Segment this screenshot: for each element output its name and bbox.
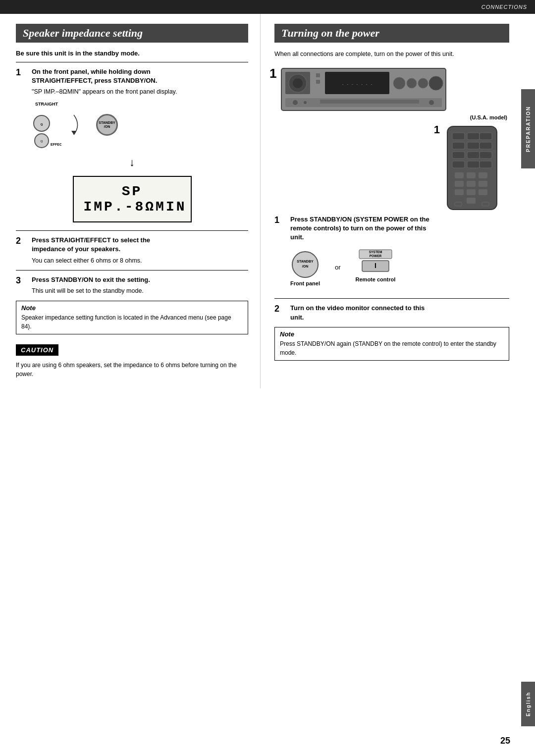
knobs-svg: Q Q EFFECT	[32, 108, 61, 148]
remote-svg-container	[274, 125, 499, 212]
left-section-header: Speaker impedance setting	[16, 24, 248, 43]
svg-rect-33	[452, 161, 465, 168]
remote-control-item: SYSTEM POWER I Remote control	[356, 249, 396, 282]
arrow-down: ↓	[16, 157, 248, 168]
step-3: 3 Press STANDBY/ON to exit the setting. …	[16, 275, 248, 296]
controls-row: STANDBY /ON Front panel or SYSTEM POWER	[290, 249, 509, 286]
receiver-figure: 1 - - - - - - -	[274, 66, 509, 120]
svg-rect-24	[452, 133, 465, 140]
svg-rect-46	[455, 202, 462, 206]
step-1-body: "SP IMP.–8ΩMIN" appears on the front pan…	[32, 87, 248, 97]
svg-point-9	[293, 78, 303, 88]
caution-label: CAUTION	[21, 346, 54, 354]
step-3-content: Press STANDBY/ON to exit the setting. Th…	[32, 275, 248, 296]
usa-model-caption: (U.S.A. model)	[274, 114, 507, 120]
step-2: 2 Press STRAIGHT/EFFECT to select the im…	[16, 236, 248, 265]
note-label-left: Note	[21, 304, 243, 312]
svg-point-14	[393, 77, 405, 89]
remote-figure: 1	[274, 125, 509, 212]
receiver-svg: - - - - - - -	[280, 66, 449, 113]
right-step-2-content: Turn on the video monitor connected to t…	[290, 304, 509, 322]
note-box-left: Note Speaker impedance setting function …	[16, 301, 248, 334]
svg-rect-29	[480, 142, 492, 149]
right-intro-text: When all connections are complete, turn …	[274, 50, 509, 59]
remote-control-label: Remote control	[356, 276, 396, 282]
svg-rect-34	[467, 161, 480, 168]
right-step-2-num: 2	[274, 304, 286, 315]
straight-label: STRAIGHT	[35, 102, 58, 107]
divider-2	[16, 230, 248, 231]
step-2-title: Press STRAIGHT/EFFECT to select the impe…	[32, 236, 248, 254]
step-2-body: You can select either 6 ohms or 8 ohms.	[32, 256, 248, 266]
svg-rect-27	[452, 142, 465, 149]
left-column: Speaker impedance setting Be sure this u…	[0, 14, 261, 388]
svg-point-19	[293, 100, 298, 105]
svg-point-15	[407, 78, 417, 88]
svg-text:POWER: POWER	[370, 254, 382, 258]
svg-rect-25	[467, 133, 480, 140]
standby-on-svg: STANDBY /ON	[290, 249, 320, 278]
display-box: SP IMP.-8ΩMIN	[73, 176, 192, 222]
svg-text:SYSTEM: SYSTEM	[369, 250, 382, 254]
svg-rect-41	[479, 181, 487, 187]
main-content: Speaker impedance setting Be sure this u…	[0, 14, 521, 388]
caution-section: CAUTION If you are using 6 ohm speakers,…	[16, 339, 248, 378]
connections-label: CONNECTIONS	[482, 4, 527, 10]
remote-figure-label: 1	[434, 123, 440, 136]
svg-rect-45	[467, 198, 476, 204]
front-panel-control: STANDBY /ON Front panel	[290, 249, 320, 286]
svg-rect-42	[455, 189, 464, 195]
remote-svg	[445, 125, 499, 212]
step-1: 1 On the front panel, while holding down…	[16, 67, 248, 153]
note-text-right: Press STANDBY/ON again (STANDBY on the r…	[280, 339, 504, 357]
svg-rect-32	[480, 152, 492, 159]
bold-intro: Be sure this unit is in the standby mode…	[16, 50, 248, 57]
right-section-header: Turning on the power	[274, 24, 509, 43]
svg-text:I: I	[374, 262, 376, 270]
svg-rect-11	[316, 80, 320, 84]
system-power-svg: SYSTEM POWER I	[358, 249, 393, 274]
arrow-svg	[71, 110, 86, 140]
svg-point-20	[304, 101, 307, 104]
svg-rect-30	[452, 152, 465, 159]
step-2-num: 2	[16, 236, 28, 247]
page-number: 25	[500, 736, 510, 746]
right-step-1-num: 1	[274, 215, 286, 226]
svg-text:STANDBY: STANDBY	[297, 260, 314, 263]
standby-btn-area: STANDBY/ON	[96, 114, 118, 136]
right-column: Turning on the power When all connection…	[261, 14, 521, 388]
svg-rect-38	[479, 172, 487, 178]
svg-rect-31	[467, 152, 480, 159]
svg-rect-39	[455, 181, 464, 187]
svg-point-16	[418, 78, 428, 88]
caution-header: CAUTION	[16, 344, 58, 356]
or-text: or	[335, 264, 341, 271]
svg-rect-26	[480, 133, 492, 140]
svg-rect-35	[480, 161, 492, 168]
right-step-2-title: Turn on the video monitor connected to t…	[290, 304, 509, 322]
standby-on-button[interactable]: STANDBY/ON	[96, 114, 118, 136]
divider-1	[16, 62, 248, 62]
note-text-left: Speaker impedance setting function is lo…	[21, 313, 243, 331]
svg-text:/ON: /ON	[302, 265, 308, 268]
right-step-1-content: Press STANDBY/ON (SYSTEM POWER on the re…	[290, 215, 509, 294]
right-step-2: 2 Turn on the video monitor connected to…	[274, 304, 509, 322]
right-step-1-title: Press STANDBY/ON (SYSTEM POWER on the re…	[290, 215, 509, 242]
english-tab: English	[521, 682, 535, 726]
step-1-title: On the front panel, while holding down S…	[32, 67, 248, 85]
svg-rect-47	[482, 202, 489, 206]
svg-rect-21	[320, 100, 419, 104]
svg-rect-40	[467, 181, 476, 187]
svg-rect-10	[316, 73, 320, 77]
svg-rect-28	[467, 142, 480, 149]
svg-text:EFFECT: EFFECT	[51, 143, 61, 146]
step-2-content: Press STRAIGHT/EFFECT to select the impe…	[32, 236, 248, 265]
step-3-num: 3	[16, 275, 28, 286]
knobs-diagram-area: STRAIGHT Q Q EFFECT	[32, 102, 248, 148]
svg-rect-36	[455, 172, 464, 178]
svg-point-22	[429, 100, 434, 105]
step-3-title: Press STANDBY/ON to exit the setting.	[32, 275, 248, 284]
right-divider	[274, 298, 509, 299]
note-label-right: Note	[280, 330, 504, 338]
straight-effect-knobs: STRAIGHT Q Q EFFECT	[32, 102, 61, 148]
